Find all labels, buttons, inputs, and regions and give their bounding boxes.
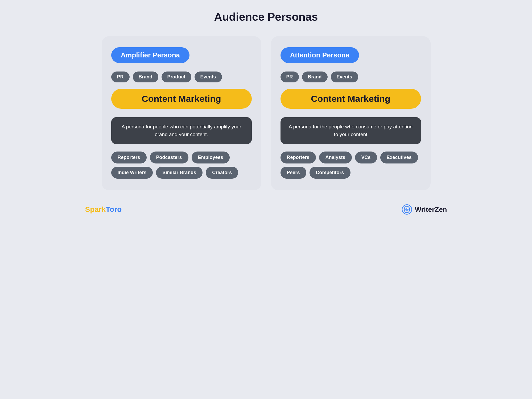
attention-description: A persona for the people who consume or … <box>281 117 421 144</box>
amplifier-tag-events: Events <box>195 72 222 82</box>
amplifier-audience-indie-writers: Indie Writers <box>111 167 153 179</box>
sparktoro-toro-text: Toro <box>106 205 122 213</box>
attention-tag-pr: PR <box>281 72 299 82</box>
attention-tags-row: PR Brand Events <box>281 72 421 82</box>
attention-persona-badge: Attention Persona <box>281 47 359 63</box>
amplifier-audience-similar-brands: Similar Brands <box>156 167 203 179</box>
attention-audience-competitors: Competitors <box>310 167 350 179</box>
amplifier-tag-brand: Brand <box>133 72 158 82</box>
attention-tag-events: Events <box>331 72 358 82</box>
attention-card: Attention Persona PR Brand Events Conten… <box>271 36 431 190</box>
amplifier-tag-product: Product <box>162 72 191 82</box>
amplifier-audience-reporters: Reporters <box>111 152 147 163</box>
sparktoro-spark-text: Spark <box>85 205 106 213</box>
svg-point-1 <box>407 208 408 209</box>
amplifier-content-marketing-badge: Content Marketing <box>111 89 252 109</box>
amplifier-persona-badge: Amplifier Persona <box>111 47 190 63</box>
attention-audience-peers: Peers <box>281 167 306 179</box>
attention-audience-vcs: VCs <box>355 152 377 163</box>
footer: SparkToro WriterZen <box>80 204 452 215</box>
amplifier-tags-row: PR Brand Product Events <box>111 72 252 82</box>
amplifier-card: Amplifier Persona PR Brand Product Event… <box>102 36 261 190</box>
attention-audience-reporters: Reporters <box>281 152 316 163</box>
attention-content-marketing-badge: Content Marketing <box>281 89 421 109</box>
amplifier-audience-podcasters: Podcasters <box>150 152 188 163</box>
cards-container: Amplifier Persona PR Brand Product Event… <box>80 36 452 190</box>
writerzen-icon <box>402 204 412 215</box>
writerzen-label: WriterZen <box>415 205 447 214</box>
amplifier-audience-tags: Reporters Podcasters Employees Indie Wri… <box>111 152 252 179</box>
amplifier-description: A persona for people who can potentially… <box>111 117 252 144</box>
amplifier-audience-creators: Creators <box>206 167 238 179</box>
attention-audience-tags: Reporters Analysts VCs Executives Peers … <box>281 152 421 179</box>
page-title: Audience Personas <box>214 11 318 23</box>
sparktoro-logo: SparkToro <box>85 205 122 214</box>
amplifier-audience-employees: Employees <box>192 152 230 163</box>
attention-tag-brand: Brand <box>302 72 328 82</box>
amplifier-tag-pr: PR <box>111 72 130 82</box>
attention-audience-executives: Executives <box>380 152 418 163</box>
writerzen-logo: WriterZen <box>402 204 447 215</box>
attention-audience-analysts: Analysts <box>319 152 352 163</box>
